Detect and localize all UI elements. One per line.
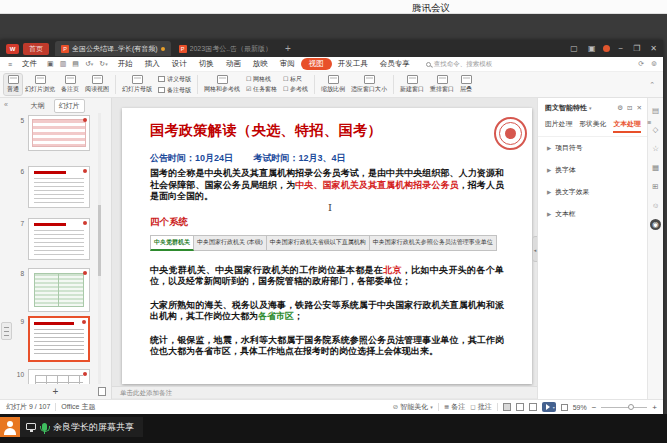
menu-item[interactable]: 设计 [166, 58, 193, 70]
slide-sorter-view-button[interactable] [516, 403, 524, 411]
slide-paragraph-1[interactable]: 国考的全称是中央机关及其直属机构招录公务员考试，是由中共中央组织部、人力资源和社… [150, 168, 504, 203]
menu-item[interactable]: 审阅 [274, 58, 301, 70]
collapse-panel-icon[interactable]: « [4, 101, 8, 108]
emoji-icon[interactable]: ☺ [650, 200, 661, 211]
layout-icon[interactable]: ⊞ [650, 181, 661, 192]
ribbon-fit-window[interactable]: 适应窗口大小 [348, 74, 390, 95]
notes-placeholder[interactable]: 单击此处添加备注 [112, 386, 537, 398]
workspace-icon[interactable]: ▣ [586, 44, 598, 53]
slide-paragraph-4[interactable]: 统计，银保监，地震，水利等大都属于国务院系统参照公务员法管理事业单位，其工作岗位… [150, 335, 504, 358]
ribbon-reading-view[interactable]: 阅读视图 [82, 74, 112, 95]
normal-view-button[interactable] [503, 403, 511, 411]
chevron-down-icon[interactable]: ▾ [589, 105, 592, 111]
print-icon[interactable]: ▥ [58, 60, 69, 68]
ribbon-notes-master[interactable]: 备注母版 [158, 86, 191, 95]
menu-icon[interactable]: ≡ [6, 61, 14, 68]
restore-button[interactable]: ❐ [631, 44, 642, 53]
zoom-out-button[interactable]: − [592, 403, 597, 412]
add-slide-button[interactable]: + [53, 386, 59, 397]
menu-item[interactable]: 动画 [220, 58, 247, 70]
play-slideshow-button[interactable] [542, 402, 556, 412]
smart-beautify-button[interactable]: ⊘ 智能美化 ▾ [393, 402, 433, 412]
slide-thumbnail[interactable]: 6 [12, 166, 111, 208]
zoom-in-button[interactable]: + [652, 403, 657, 412]
menu-item[interactable]: 开始 [112, 58, 139, 70]
system-tab[interactable]: 中央国家行政机关参照公务员法管理事业单位 [370, 235, 497, 251]
panel-item[interactable]: ▶文本框 [538, 203, 647, 225]
zoom-level[interactable]: 59% [573, 404, 587, 411]
system-tab[interactable]: 中央国家行政机关 (本级) [194, 235, 267, 251]
file-menu[interactable]: 文件 [16, 58, 43, 70]
home-tab[interactable]: 首页 [23, 43, 49, 55]
sync-icon[interactable]: ⟳ [638, 60, 644, 68]
panel-item[interactable]: ▶项目符号 [538, 137, 647, 159]
collapse-ribbon-icon[interactable]: ⌃ [649, 81, 659, 89]
checkbox-标尺[interactable]: ☐ 标尺 [283, 75, 308, 84]
checkbox-网格线[interactable]: ☐ 网格线 [246, 75, 277, 84]
zoom-slider[interactable] [601, 407, 647, 408]
ribbon-handout-master[interactable]: 讲义母版 [158, 75, 191, 84]
comments-toggle[interactable]: ◻ 批注 [470, 402, 491, 412]
layout-switch-icon[interactable]: ▢ [568, 44, 580, 53]
props-icon[interactable]: ▤ [650, 105, 661, 116]
menu-active[interactable]: 视图 [301, 58, 332, 70]
panel-item[interactable]: ▶换字体 [538, 159, 647, 181]
checkbox-参考线[interactable]: ☐ 参考线 [283, 85, 308, 94]
undo-icon[interactable]: ↺▾ [83, 60, 95, 68]
redo-icon[interactable]: ↻▾ [97, 60, 109, 68]
notify-icon[interactable]: ⊚ [651, 60, 657, 68]
slide-thumbnail[interactable]: 10 [12, 369, 111, 384]
wps-logo-icon[interactable]: W [6, 44, 19, 54]
slide-title[interactable]: 国考政策解读（央选、特招、国考） [150, 122, 504, 140]
close-panel-icon[interactable]: ✕ [637, 104, 642, 112]
preview-icon[interactable]: ▤ [70, 60, 81, 68]
slide-thumbnail[interactable]: 7 [12, 218, 111, 260]
pin-icon[interactable]: ⊡ [627, 104, 632, 112]
screen-share-badge[interactable]: 余良学长的屏幕共享 [20, 417, 143, 437]
ribbon-zoom-ratio[interactable]: 缩放比例 [318, 74, 348, 95]
menu-item[interactable]: 插入 [139, 58, 166, 70]
checkbox-任务窗格[interactable]: ☑ 任务窗格 [246, 85, 277, 94]
menu-item[interactable]: 会员专享 [374, 58, 416, 70]
gear-icon[interactable]: ⚙ [617, 104, 623, 112]
thumbnail-scrollbar[interactable] [98, 113, 101, 384]
account-avatar[interactable] [603, 45, 610, 52]
panel-tab[interactable]: 图片处理 [545, 119, 572, 133]
menu-item[interactable]: 放映 [247, 58, 274, 70]
document-tab[interactable]: P全国公央结译..学长(有音频) [55, 41, 171, 56]
slide-thumbnail[interactable]: 8 [12, 268, 111, 312]
split-view-icon[interactable] [98, 387, 106, 396]
menu-item[interactable]: 开发工具 [332, 58, 374, 70]
new-tab-button[interactable]: + [280, 43, 296, 54]
save-icon[interactable]: ▣ [45, 60, 56, 68]
system-tab[interactable]: 中央党群机关 [150, 235, 194, 251]
more-tabs-icon[interactable]: ≡ [648, 119, 652, 133]
system-tab[interactable]: 中央国家行政机关省级以下直属机构 [267, 235, 370, 251]
ribbon-grid-guides[interactable]: 网格和参考线 [201, 74, 243, 95]
clipboard-icon[interactable]: ▦ [650, 162, 661, 173]
panel-item[interactable]: ▶换文字效果 [538, 181, 647, 203]
favorites-icon[interactable]: ☆ [650, 143, 661, 154]
theme-name[interactable]: Office 主题 [61, 402, 95, 412]
slide-paragraph-2[interactable]: 中央党群机关、中央国家行政机关的工作岗位基本都是在北京，比如中央开头的各个单位，… [150, 265, 504, 288]
ribbon-slide-master[interactable]: 幻灯片母版 [119, 74, 155, 95]
tab-outline[interactable]: 大纲 [27, 100, 49, 112]
shapes-icon[interactable]: ◇ [650, 124, 661, 135]
ribbon-cascade[interactable]: 层叠 [457, 74, 475, 95]
slide-meta-line[interactable]: 公告时间：10月24日 考试时间：12月3、4日 [150, 152, 504, 165]
notes-toggle[interactable]: ≣ 备注 [444, 402, 465, 412]
ribbon-slide-sorter[interactable]: 幻灯片浏览 [22, 74, 58, 95]
reading-view-button[interactable] [529, 403, 537, 411]
slide-paragraph-3[interactable]: 大家所熟知的海关、税务以及海事，铁路公安等系统属于中央国家行政机关直属机构和派出… [150, 300, 504, 323]
ribbon-normal-view[interactable]: 普通 [4, 74, 22, 95]
close-button[interactable]: ✕ [648, 44, 659, 53]
menu-item[interactable]: 切换 [193, 58, 220, 70]
slide[interactable]: 国考政策解读（央选、特招、国考） 公告时间：10月24日 考试时间：12月3、4… [122, 108, 532, 384]
slide-section-heading[interactable]: 四个系统 [150, 216, 504, 229]
slide-thumbnail[interactable]: 5 [12, 115, 111, 151]
command-search[interactable]: 查找命令、搜索模板 [426, 60, 493, 69]
ribbon-arrange-windows[interactable]: 重排窗口 [427, 74, 457, 95]
document-tab[interactable]: P2023国考公..告（最新版） [173, 41, 278, 56]
slide-thumbnail[interactable]: 9 [12, 316, 111, 362]
assistant-icon[interactable]: ◉ [650, 219, 661, 230]
